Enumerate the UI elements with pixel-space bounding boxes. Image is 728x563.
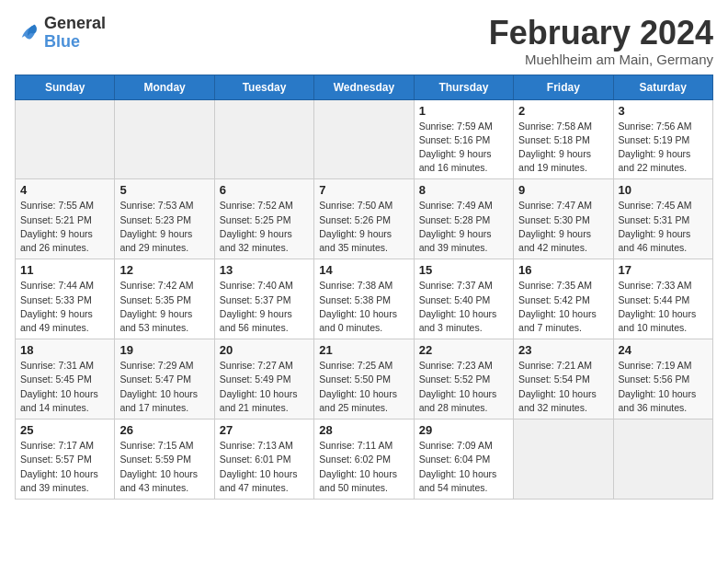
day-number: 22 — [419, 343, 508, 357]
day-info: Sunrise: 7:37 AM Sunset: 5:40 PM Dayligh… — [419, 279, 508, 335]
day-number: 9 — [518, 183, 608, 197]
day-info: Sunrise: 7:15 AM Sunset: 5:59 PM Dayligh… — [119, 439, 209, 495]
calendar-cell: 18Sunrise: 7:31 AM Sunset: 5:45 PM Dayli… — [16, 339, 115, 419]
day-number: 12 — [119, 263, 209, 277]
logo-icon — [15, 20, 40, 46]
day-number: 4 — [20, 183, 109, 197]
month-title: February 2024 — [489, 15, 713, 52]
day-info: Sunrise: 7:27 AM Sunset: 5:49 PM Dayligh… — [220, 359, 309, 415]
day-info: Sunrise: 7:35 AM Sunset: 5:42 PM Dayligh… — [518, 279, 608, 335]
calendar-cell: 6Sunrise: 7:52 AM Sunset: 5:25 PM Daylig… — [214, 179, 313, 259]
calendar-cell: 26Sunrise: 7:15 AM Sunset: 5:59 PM Dayli… — [115, 419, 214, 500]
calendar-cell: 29Sunrise: 7:09 AM Sunset: 6:04 PM Dayli… — [414, 419, 513, 500]
day-number: 6 — [220, 183, 309, 197]
calendar-cell — [613, 419, 712, 500]
day-info: Sunrise: 7:45 AM Sunset: 5:31 PM Dayligh… — [619, 199, 708, 255]
calendar-cell: 12Sunrise: 7:42 AM Sunset: 5:35 PM Dayli… — [115, 259, 214, 339]
calendar-cell: 25Sunrise: 7:17 AM Sunset: 5:57 PM Dayli… — [16, 419, 115, 500]
day-info: Sunrise: 7:58 AM Sunset: 5:18 PM Dayligh… — [518, 120, 608, 176]
day-info: Sunrise: 7:29 AM Sunset: 5:47 PM Dayligh… — [119, 359, 209, 415]
day-number: 25 — [20, 423, 109, 437]
calendar-cell: 21Sunrise: 7:25 AM Sunset: 5:50 PM Dayli… — [314, 339, 414, 419]
day-info: Sunrise: 7:25 AM Sunset: 5:50 PM Dayligh… — [319, 359, 408, 415]
day-number: 14 — [319, 263, 408, 277]
day-number: 3 — [619, 104, 708, 118]
day-info: Sunrise: 7:52 AM Sunset: 5:25 PM Dayligh… — [220, 199, 309, 255]
day-number: 26 — [119, 423, 209, 437]
calendar-cell: 9Sunrise: 7:47 AM Sunset: 5:30 PM Daylig… — [514, 179, 613, 259]
calendar-cell: 22Sunrise: 7:23 AM Sunset: 5:52 PM Dayli… — [414, 339, 513, 419]
title-block: February 2024 Muehlheim am Main, Germany — [489, 15, 713, 67]
day-number: 16 — [518, 263, 608, 277]
calendar-cell: 14Sunrise: 7:38 AM Sunset: 5:38 PM Dayli… — [314, 259, 414, 339]
calendar-cell: 16Sunrise: 7:35 AM Sunset: 5:42 PM Dayli… — [514, 259, 613, 339]
location-subtitle: Muehlheim am Main, Germany — [489, 52, 713, 67]
day-info: Sunrise: 7:53 AM Sunset: 5:23 PM Dayligh… — [119, 199, 209, 255]
weekday-header-friday: Friday — [514, 75, 613, 99]
day-number: 13 — [220, 263, 309, 277]
day-number: 15 — [419, 263, 508, 277]
day-info: Sunrise: 7:11 AM Sunset: 6:02 PM Dayligh… — [319, 439, 408, 495]
day-info: Sunrise: 7:17 AM Sunset: 5:57 PM Dayligh… — [20, 439, 109, 495]
calendar-cell: 3Sunrise: 7:56 AM Sunset: 5:19 PM Daylig… — [613, 99, 712, 179]
day-info: Sunrise: 7:56 AM Sunset: 5:19 PM Dayligh… — [619, 120, 708, 176]
calendar-cell: 5Sunrise: 7:53 AM Sunset: 5:23 PM Daylig… — [115, 179, 214, 259]
day-number: 8 — [419, 183, 508, 197]
calendar-cell: 11Sunrise: 7:44 AM Sunset: 5:33 PM Dayli… — [16, 259, 115, 339]
day-number: 23 — [518, 343, 608, 357]
day-number: 5 — [119, 183, 209, 197]
calendar-cell — [214, 99, 313, 179]
day-number: 11 — [20, 263, 109, 277]
calendar-cell: 7Sunrise: 7:50 AM Sunset: 5:26 PM Daylig… — [314, 179, 414, 259]
weekday-header-monday: Monday — [115, 75, 214, 99]
calendar-cell: 1Sunrise: 7:59 AM Sunset: 5:16 PM Daylig… — [414, 99, 513, 179]
calendar-table: SundayMondayTuesdayWednesdayThursdayFrid… — [15, 75, 713, 500]
calendar-cell: 17Sunrise: 7:33 AM Sunset: 5:44 PM Dayli… — [613, 259, 712, 339]
day-info: Sunrise: 7:21 AM Sunset: 5:54 PM Dayligh… — [518, 359, 608, 415]
day-info: Sunrise: 7:42 AM Sunset: 5:35 PM Dayligh… — [119, 279, 209, 335]
weekday-header-saturday: Saturday — [613, 75, 712, 99]
calendar-cell — [16, 99, 115, 179]
day-number: 27 — [220, 423, 309, 437]
day-info: Sunrise: 7:59 AM Sunset: 5:16 PM Dayligh… — [419, 120, 508, 176]
calendar-cell: 19Sunrise: 7:29 AM Sunset: 5:47 PM Dayli… — [115, 339, 214, 419]
day-number: 21 — [319, 343, 408, 357]
weekday-header-thursday: Thursday — [414, 75, 513, 99]
day-info: Sunrise: 7:23 AM Sunset: 5:52 PM Dayligh… — [419, 359, 508, 415]
calendar-cell: 13Sunrise: 7:40 AM Sunset: 5:37 PM Dayli… — [214, 259, 313, 339]
weekday-header-tuesday: Tuesday — [214, 75, 313, 99]
day-info: Sunrise: 7:31 AM Sunset: 5:45 PM Dayligh… — [20, 359, 109, 415]
day-number: 20 — [220, 343, 309, 357]
calendar-cell: 2Sunrise: 7:58 AM Sunset: 5:18 PM Daylig… — [514, 99, 613, 179]
calendar-cell: 28Sunrise: 7:11 AM Sunset: 6:02 PM Dayli… — [314, 419, 414, 500]
day-number: 19 — [119, 343, 209, 357]
day-number: 24 — [619, 343, 708, 357]
weekday-header-wednesday: Wednesday — [314, 75, 414, 99]
day-number: 1 — [419, 104, 508, 118]
calendar-cell: 4Sunrise: 7:55 AM Sunset: 5:21 PM Daylig… — [16, 179, 115, 259]
day-info: Sunrise: 7:40 AM Sunset: 5:37 PM Dayligh… — [220, 279, 309, 335]
day-info: Sunrise: 7:44 AM Sunset: 5:33 PM Dayligh… — [20, 279, 109, 335]
day-info: Sunrise: 7:55 AM Sunset: 5:21 PM Dayligh… — [20, 199, 109, 255]
calendar-cell: 8Sunrise: 7:49 AM Sunset: 5:28 PM Daylig… — [414, 179, 513, 259]
day-info: Sunrise: 7:38 AM Sunset: 5:38 PM Dayligh… — [319, 279, 408, 335]
page-header: General Blue February 2024 Muehlheim am … — [15, 15, 713, 67]
day-number: 10 — [619, 183, 708, 197]
calendar-cell: 20Sunrise: 7:27 AM Sunset: 5:49 PM Dayli… — [214, 339, 313, 419]
day-info: Sunrise: 7:09 AM Sunset: 6:04 PM Dayligh… — [419, 439, 508, 495]
day-number: 17 — [619, 263, 708, 277]
day-info: Sunrise: 7:19 AM Sunset: 5:56 PM Dayligh… — [619, 359, 708, 415]
logo-text-blue: Blue — [44, 33, 106, 52]
logo: General Blue — [15, 15, 106, 52]
day-number: 29 — [419, 423, 508, 437]
calendar-cell: 10Sunrise: 7:45 AM Sunset: 5:31 PM Dayli… — [613, 179, 712, 259]
calendar-cell: 15Sunrise: 7:37 AM Sunset: 5:40 PM Dayli… — [414, 259, 513, 339]
day-number: 28 — [319, 423, 408, 437]
day-number: 7 — [319, 183, 408, 197]
day-number: 18 — [20, 343, 109, 357]
calendar-cell: 23Sunrise: 7:21 AM Sunset: 5:54 PM Dayli… — [514, 339, 613, 419]
calendar-cell: 24Sunrise: 7:19 AM Sunset: 5:56 PM Dayli… — [613, 339, 712, 419]
day-info: Sunrise: 7:50 AM Sunset: 5:26 PM Dayligh… — [319, 199, 408, 255]
calendar-cell — [514, 419, 613, 500]
day-info: Sunrise: 7:13 AM Sunset: 6:01 PM Dayligh… — [220, 439, 309, 495]
